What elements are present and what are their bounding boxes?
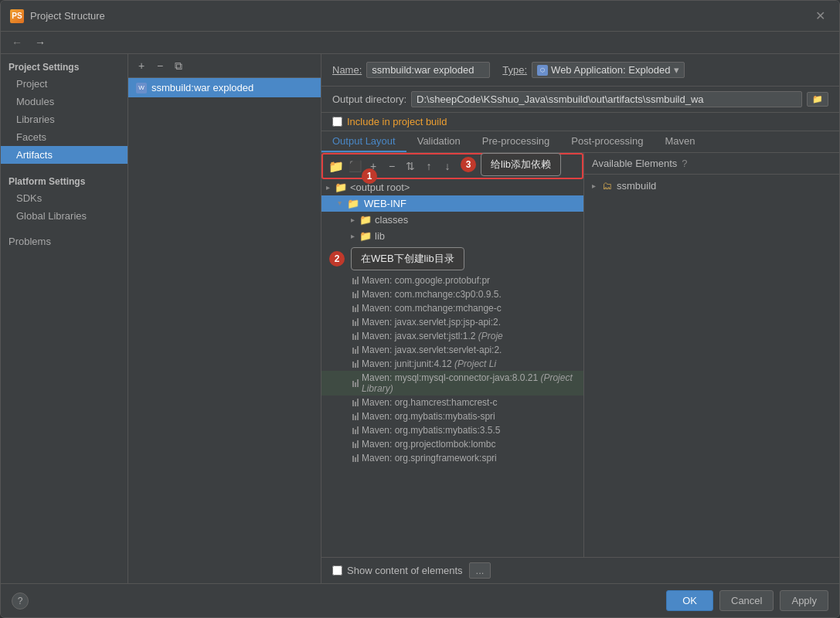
dep-hamcrest: Maven: org.hamcrest:hamcrest-c [321, 396, 583, 409]
sidebar-item-sdks[interactable]: SDKs [1, 189, 128, 207]
browse-button[interactable]: 📁 [807, 92, 828, 107]
platform-settings-label: Platform Settings [1, 171, 128, 189]
title-bar: PS Project Structure ✕ [1, 1, 839, 32]
tab-post-processing[interactable]: Post-processing [560, 131, 654, 152]
type-field: Type: ⬡ Web Application: Exploded ▾ [502, 62, 684, 78]
available-elements-label: Available Elements [592, 158, 677, 169]
artifact-list-item[interactable]: W ssmbuild:war exploded [128, 78, 321, 97]
title-bar-left: PS Project Structure [10, 9, 105, 23]
artifact-list-toolbar: + − ⧉ [128, 54, 321, 78]
artifact-name-label: ssmbuild:war exploded [151, 82, 253, 93]
artifact-detail: Name: Type: ⬡ Web Application: Exploded … [321, 54, 839, 583]
tree-item-classes[interactable]: ▸ 📁 classes [321, 212, 583, 228]
available-elements-help[interactable]: ? [682, 158, 687, 169]
nav-bar: ← → [1, 32, 839, 54]
badge-2: 2 [329, 251, 345, 267]
show-content-checkbox[interactable] [332, 565, 342, 576]
type-dropdown-icon: ▾ [674, 64, 679, 76]
available-elements-tree: ▸ 🗂 ssmbuild [584, 175, 839, 557]
dep-mysql: Maven: mysql:mysql-connector-java:8.0.21… [321, 371, 583, 396]
show-content-check: Show content of elements [332, 565, 463, 576]
ssmbuild-icon: 🗂 [602, 180, 612, 192]
bottom-bar: Show content of elements ... [321, 557, 839, 583]
lib-icon: 📁 [359, 230, 372, 242]
layout-tree: ▸ 📁 <output root> ▸ 📁 WEB-INF [321, 179, 583, 557]
back-button[interactable]: ← [9, 35, 26, 50]
classes-icon: 📁 [359, 214, 372, 226]
sidebar-item-problems[interactable]: Problems [1, 231, 128, 252]
include-checkbox[interactable] [332, 117, 342, 127]
artifact-list: + − ⧉ W ssmbuild:war exploded [128, 54, 321, 583]
sidebar-item-project[interactable]: Project [1, 75, 128, 93]
help-button[interactable]: ? [12, 593, 29, 610]
tab-validation[interactable]: Validation [406, 131, 471, 152]
tooltip-3: 给lib添加依赖 [481, 153, 561, 176]
name-label: Name: [332, 64, 362, 76]
sidebar-item-modules[interactable]: Modules [1, 93, 128, 110]
cancel-button[interactable]: Cancel [719, 590, 774, 611]
project-structure-dialog: PS Project Structure ✕ ← → Project Setti… [0, 0, 840, 618]
annotation-3: 3 给lib添加依赖 [461, 153, 561, 176]
tree-item-lib[interactable]: ▸ 📁 lib [321, 228, 583, 244]
footer-buttons: OK Cancel Apply [666, 590, 828, 611]
output-root-arrow: ▸ [326, 183, 330, 192]
up-button[interactable]: ↑ [420, 158, 437, 175]
show-content-label: Show content of elements [347, 565, 463, 576]
project-settings-label: Project Settings [1, 57, 128, 75]
type-label: Type: [502, 64, 527, 76]
name-input[interactable] [366, 62, 490, 78]
add-artifact-button[interactable]: + [133, 57, 150, 74]
tab-maven[interactable]: Maven [654, 131, 706, 152]
tab-pre-processing[interactable]: Pre-processing [471, 131, 560, 152]
sidebar-item-global-libraries[interactable]: Global Libraries [1, 207, 128, 225]
dep-protobuf: Maven: com.google.protobuf:pr [321, 273, 583, 287]
type-icon: ⬡ [537, 65, 548, 76]
web-inf-icon: 📁 [347, 198, 359, 209]
sidebar: Project Settings Project Modules Librari… [1, 54, 128, 583]
sidebar-item-facets[interactable]: Facets [1, 128, 128, 146]
ellipsis-button[interactable]: ... [469, 562, 491, 579]
sort-button[interactable]: ⇅ [402, 158, 419, 175]
lib-arrow: ▸ [351, 232, 355, 240]
sidebar-item-artifacts[interactable]: Artifacts [1, 146, 128, 164]
layout-area: 📁 ⬛ + − ⇅ ↑ ↓ 1 [321, 153, 839, 557]
tree-item-lib-row: ▸ 📁 lib [321, 228, 583, 244]
detail-header: Name: Type: ⬡ Web Application: Exploded … [321, 54, 839, 87]
available-elements-header: Available Elements ? [584, 153, 839, 175]
output-dir-row: Output directory: 📁 [321, 87, 839, 113]
dialog-footer: ? OK Cancel Apply [1, 583, 839, 617]
lib-label: lib [375, 230, 385, 242]
remove-artifact-button[interactable]: − [151, 57, 168, 74]
tab-output-layout[interactable]: Output Layout [321, 131, 406, 152]
forward-button[interactable]: → [32, 35, 49, 50]
tree-item-web-inf[interactable]: ▸ 📁 WEB-INF [321, 195, 583, 212]
artifacts-panel: + − ⧉ W ssmbuild:war exploded Name: [128, 54, 839, 583]
output-dir-input[interactable] [411, 91, 802, 107]
tree-item-output-root[interactable]: ▸ 📁 <output root> [321, 179, 583, 195]
tabs-row: Output Layout Validation Pre-processing … [321, 131, 839, 153]
dep-servlet-api: Maven: javax.servlet:servlet-api:2. [321, 343, 583, 357]
main-content: Project Settings Project Modules Librari… [1, 54, 839, 583]
avail-item-ssmbuild[interactable]: ▸ 🗂 ssmbuild [584, 178, 839, 194]
minus-button[interactable]: − [383, 158, 400, 175]
down-button[interactable]: ↓ [439, 158, 456, 175]
web-inf-label: WEB-INF [364, 198, 406, 209]
tooltip-2: 在WEB下创建lib目录 [351, 247, 464, 270]
type-select[interactable]: ⬡ Web Application: Exploded ▾ [532, 62, 684, 78]
ok-button[interactable]: OK [666, 590, 713, 611]
window-title: Project Structure [30, 10, 105, 22]
add-file-button[interactable]: ⬛ [346, 158, 363, 175]
layout-tree-section: 📁 ⬛ + − ⇅ ↑ ↓ 1 [321, 153, 584, 557]
add-dir-button[interactable]: 📁 [328, 158, 345, 175]
dep-mybatis-spring: Maven: org.mybatis:mybatis-spri [321, 409, 583, 423]
copy-artifact-button[interactable]: ⧉ [170, 57, 187, 74]
dep-junit: Maven: junit:junit:4.12 (Project Li [321, 357, 583, 371]
dep-mybatis: Maven: org.mybatis:mybatis:3.5.5 [321, 423, 583, 437]
web-inf-arrow: ▸ [336, 202, 345, 205]
dep-jstl: Maven: javax.servlet:jstl:1.2 (Proje [321, 329, 583, 343]
layout-toolbar-container: 📁 ⬛ + − ⇅ ↑ ↓ 1 [321, 153, 583, 179]
close-button[interactable]: ✕ [811, 7, 830, 25]
sidebar-item-libraries[interactable]: Libraries [1, 110, 128, 128]
apply-button[interactable]: Apply [780, 590, 828, 611]
include-row: Include in project build [321, 113, 839, 131]
